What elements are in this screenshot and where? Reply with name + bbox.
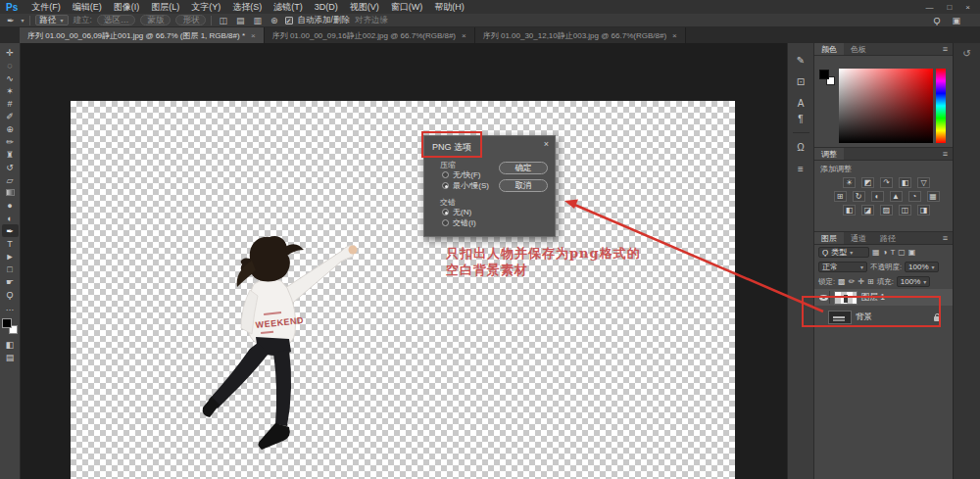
brush-settings-icon[interactable]: ✎ (788, 49, 813, 71)
tab-layers[interactable]: 图层 (814, 232, 844, 244)
layer-filter-type-select[interactable]: Ϙ 类型 ▾ (818, 247, 869, 258)
panel-menu-icon[interactable]: ≡ (943, 148, 953, 160)
tab-channels[interactable]: 通道 (844, 232, 873, 244)
lock-pixels-icon[interactable]: ✏ (849, 277, 856, 286)
document-tab-1[interactable]: 序列 01.00_00_06,09静止001.jpg @ 66.7% (图层 1… (20, 27, 265, 43)
brush-tool[interactable]: ✏ (2, 135, 19, 148)
menu-window[interactable]: 窗口(W) (385, 1, 429, 14)
tool-mode-select[interactable]: 路径 ▾ (35, 15, 69, 25)
filter-type-layers-icon[interactable]: T (890, 248, 895, 257)
edit-toolbar-button[interactable]: … (2, 301, 19, 313)
menu-help[interactable]: 帮助(H) (428, 1, 470, 14)
tool-preset-icon[interactable]: ✒ (5, 16, 17, 25)
filter-smart-objects-icon[interactable]: ▣ (908, 248, 916, 257)
quick-selection-tool[interactable]: ✶ (2, 84, 19, 97)
path-operations-icon[interactable]: ◫ (217, 16, 229, 25)
saturation-brightness-picker[interactable] (839, 69, 933, 143)
filter-pixel-layers-icon[interactable]: ▦ (872, 248, 880, 257)
move-tool[interactable]: ✛ (2, 46, 19, 59)
posterize-icon[interactable]: ◪ (861, 205, 874, 216)
pen-tool[interactable]: ✒ (2, 224, 19, 237)
eyedropper-tool[interactable]: ✐ (2, 110, 19, 122)
cancel-button[interactable]: 取消 (499, 179, 548, 192)
foreground-color-swatch[interactable] (819, 70, 829, 79)
document-canvas[interactable]: WEEKEND (71, 101, 735, 479)
hand-tool[interactable]: ☛ (2, 275, 19, 288)
close-icon[interactable]: × (251, 31, 256, 40)
hue-saturation-icon[interactable]: ⊞ (834, 191, 847, 202)
make-selection-button[interactable]: 选区… (97, 15, 136, 25)
menu-layer[interactable]: 图层(L) (145, 1, 185, 14)
levels-icon[interactable]: ◩ (861, 177, 874, 188)
eraser-tool[interactable]: ▱ (2, 173, 19, 186)
color-balance-icon[interactable]: ↻ (853, 191, 865, 202)
quick-mask-button[interactable]: ◧ (2, 338, 19, 351)
panel-menu-icon[interactable]: ≡ (943, 232, 953, 244)
menu-file[interactable]: 文件(F) (25, 1, 67, 14)
type-tool[interactable]: T (2, 237, 19, 250)
make-shape-button[interactable]: 形状 (175, 15, 206, 25)
close-icon[interactable]: × (672, 31, 677, 40)
make-mask-button[interactable]: 蒙版 (140, 15, 171, 25)
radio-smallest-slow[interactable]: 最小/慢(S) (442, 180, 489, 191)
maximize-button[interactable]: □ (947, 3, 952, 12)
exposure-icon[interactable]: ◧ (899, 177, 911, 188)
threshold-icon[interactable]: ▨ (880, 205, 893, 216)
menu-image[interactable]: 图像(I) (108, 1, 146, 14)
minimize-button[interactable]: — (925, 3, 933, 12)
panel-menu-icon[interactable]: ≡ (943, 43, 953, 55)
marquee-tool[interactable]: ◌ (2, 59, 19, 72)
tool-preset-caret-icon[interactable]: ▾ (22, 17, 24, 24)
foreground-color-swatch[interactable] (2, 318, 12, 328)
color-swatches[interactable] (819, 70, 835, 85)
filter-shape-layers-icon[interactable]: ▢ (898, 248, 906, 257)
ok-button[interactable]: 确定 (499, 162, 548, 174)
radio-interlace-none[interactable]: 无(N) (442, 207, 471, 217)
path-arrangement-icon[interactable]: ▥ (251, 16, 264, 25)
path-selection-tool[interactable]: ► (2, 250, 19, 263)
tab-paths[interactable]: 路径 (873, 232, 903, 244)
glyphs-panel-icon[interactable]: Ω (788, 136, 813, 158)
spot-healing-tool[interactable]: ⊕ (2, 122, 19, 135)
invert-icon[interactable]: ◧ (843, 205, 856, 216)
filter-adjustment-layers-icon[interactable]: ◑ (883, 248, 888, 257)
path-alignment-icon[interactable]: ▤ (234, 16, 247, 25)
blend-mode-select[interactable]: 正常 ▾ (818, 262, 867, 272)
fill-select[interactable]: 100% ▾ (897, 276, 930, 287)
lock-position-icon[interactable]: ✛ (858, 277, 864, 286)
lock-all-icon[interactable]: ⊞ (867, 277, 874, 286)
paragraph-panel-icon[interactable]: ¶ (788, 108, 813, 129)
brightness-contrast-icon[interactable]: ☀ (843, 177, 856, 188)
search-icon[interactable]: Ϙ (933, 16, 940, 25)
menu-edit[interactable]: 编辑(E) (67, 1, 108, 14)
tab-swatches[interactable]: 色板 (844, 43, 873, 55)
history-brush-tool[interactable]: ↺ (2, 161, 19, 173)
crop-tool[interactable]: # (2, 97, 19, 110)
color-swatches[interactable] (2, 318, 18, 334)
color-lookup-icon[interactable]: ▦ (927, 191, 940, 202)
gear-icon[interactable]: ⊛ (269, 16, 280, 25)
menu-view[interactable]: 视图(V) (344, 1, 385, 14)
lock-transparency-icon[interactable]: ▩ (838, 277, 846, 286)
opacity-select[interactable]: 100% ▾ (905, 262, 938, 272)
document-tab-3[interactable]: 序列 01.00_30_12,10静止003.jpg @ 66.7%(RGB/8… (475, 27, 686, 43)
radio-none-fast[interactable]: 无/快(F) (442, 169, 480, 180)
blur-tool[interactable]: ● (2, 199, 19, 212)
close-icon[interactable]: × (462, 31, 466, 40)
gradient-map-icon[interactable]: ◨ (917, 205, 930, 216)
radio-interlaced[interactable]: 交错(I) (442, 217, 476, 228)
clone-source-icon[interactable]: ⊡ (788, 71, 813, 92)
gradient-tool[interactable] (2, 186, 19, 199)
screen-mode-button[interactable]: ▤ (2, 351, 19, 363)
black-white-icon[interactable]: ◐ (871, 191, 884, 202)
menu-select[interactable]: 选择(S) (226, 1, 268, 14)
close-button[interactable]: × (965, 3, 970, 12)
curves-icon[interactable]: ↷ (880, 177, 893, 188)
properties-panel-icon[interactable]: ≡ (788, 158, 813, 179)
photo-filter-icon[interactable]: ▲ (890, 191, 903, 202)
tab-color[interactable]: 颜色 (814, 43, 844, 55)
channel-mixer-icon[interactable]: ◔ (908, 191, 921, 202)
vibrance-icon[interactable]: ▽ (917, 177, 930, 188)
dodge-tool[interactable]: ◐ (2, 212, 19, 224)
tab-adjustments[interactable]: 调整 (814, 148, 844, 160)
